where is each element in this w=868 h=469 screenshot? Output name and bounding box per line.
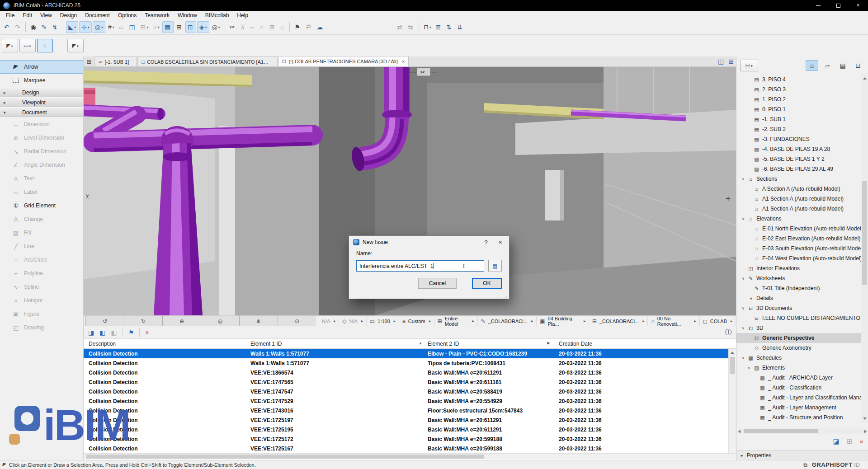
panel-toolbar-button[interactable] bbox=[139, 328, 140, 337]
transfer-settings-button[interactable]: ↯ bbox=[50, 21, 60, 33]
column-header-element2[interactable]: Element 2 ID bbox=[426, 341, 544, 347]
maximize-button[interactable] bbox=[828, 0, 848, 11]
view-tab[interactable]: ◻ (!) COLAB PENETRACIONES CAMARA [3D / A… bbox=[278, 56, 409, 66]
tree-item-story[interactable]: 1. PISO 2 bbox=[736, 94, 861, 104]
tree-item-schedule[interactable]: _ Audit - ARCHICAD Layer bbox=[736, 373, 861, 383]
send-changes-button[interactable]: ⇄ bbox=[395, 21, 405, 33]
resize-button[interactable]: ⊞ bbox=[268, 21, 278, 33]
menu-item[interactable]: Document bbox=[81, 11, 114, 19]
tree-item-elevation[interactable]: E-02 East Elevation (Auto-rebuild Model) bbox=[736, 234, 861, 244]
delete-viewpoint-button[interactable]: × bbox=[859, 438, 863, 446]
toolbox-item-arrow[interactable]: Arrow bbox=[0, 60, 83, 74]
orbit-button[interactable]: ◎ bbox=[201, 316, 239, 327]
table-row[interactable]: Collision Detection Walls 1:Walls 1:5710… bbox=[84, 358, 736, 368]
virtual-trace-dropdown[interactable]: ⊟▾ bbox=[139, 21, 151, 33]
adjust-button[interactable]: ⊼ bbox=[238, 21, 247, 33]
table-row[interactable]: Collision Detection VEE:VE:1725197 Basic… bbox=[84, 415, 736, 425]
selection-mode-button[interactable]: ◤▸ bbox=[2, 39, 18, 52]
zoom-in-button[interactable]: ⊕ bbox=[162, 316, 201, 327]
visualization-dropdown[interactable]: ◈▾ bbox=[197, 21, 209, 33]
tree-item-schedule[interactable]: _ Audit - Structure and Position bbox=[736, 413, 861, 422]
isolate-elements-button[interactable]: ◧ bbox=[111, 329, 117, 336]
tree-item-3d-document[interactable]: I.ELE NO CUMPLE DISTANCIAMIENTO (Auto bbox=[736, 313, 861, 323]
minimize-button[interactable] bbox=[808, 0, 828, 11]
view-tab[interactable]: □ COLAB ESCALERILLA SIN DISTANCIAMIENTO … bbox=[137, 56, 278, 66]
renovation-status-option[interactable]: ⌂ 00 No Renovati... ▸ bbox=[648, 316, 699, 326]
menu-item[interactable]: BIMcollab bbox=[201, 11, 233, 19]
tree-item-elevation[interactable]: E-01 North Elevation (Auto-rebuild Model… bbox=[736, 224, 861, 234]
update-button[interactable]: ⇊ bbox=[455, 21, 465, 33]
menu-item[interactable]: Help bbox=[233, 11, 252, 19]
dimension-guides-dropdown[interactable]: ⊹▾ bbox=[79, 21, 92, 33]
table-row[interactable]: Collision Detection VEE:VE:1747529 Basic… bbox=[84, 396, 736, 406]
tree-item-story[interactable]: 0. PISO 1 bbox=[736, 104, 861, 114]
toolbox-item-change[interactable]: Change bbox=[0, 212, 83, 226]
menu-item[interactable]: View bbox=[36, 11, 56, 19]
layer-combination-option[interactable]: ≡ Custom ▸ bbox=[399, 316, 434, 326]
pick-up-parameters-button[interactable]: ◉ bbox=[28, 21, 38, 33]
toolbox-item-hotspot[interactable]: Hotspot bbox=[0, 294, 83, 307]
table-row[interactable]: Collision Detection VEE:VE:1725172 Basic… bbox=[84, 434, 736, 444]
toolbox-item-arc-circle[interactable]: Arc/Circle bbox=[0, 253, 83, 267]
table-row[interactable]: Collision Detection Walls 1:Walls 1:5710… bbox=[84, 349, 736, 358]
library-dropdown[interactable]: ⊓▾ bbox=[422, 21, 433, 33]
tree-item-story[interactable]: 3. PISO 4 bbox=[736, 75, 861, 84]
dialog-title-bar[interactable]: New Issue ? × bbox=[349, 236, 509, 249]
undo-button[interactable]: ↶ bbox=[2, 21, 12, 33]
properties-section-bar[interactable]: ▸ Properties bbox=[736, 450, 868, 460]
panel-toolbar-button[interactable] bbox=[123, 328, 123, 337]
project-map-button[interactable]: ⌂ bbox=[806, 60, 818, 71]
toolbar-button[interactable] bbox=[25, 22, 26, 32]
toolbox-item-level-dimension[interactable]: Level Dimension bbox=[0, 131, 83, 145]
arrow-tool-button[interactable]: ◤▸ bbox=[67, 39, 84, 52]
marquee-options-button[interactable]: ⊡ bbox=[185, 21, 196, 33]
renovation-filter-option[interactable]: ◇ N/A ▸ bbox=[339, 316, 367, 326]
ok-button[interactable]: OK bbox=[472, 278, 502, 289]
tree-item-story[interactable]: -1. SUB 1 bbox=[736, 114, 861, 124]
toolbox-item-figure[interactable]: Figure bbox=[0, 307, 83, 321]
tab-close-button[interactable]: × bbox=[402, 59, 405, 64]
toolbox-item-radial-dimension[interactable]: Radial Dimension bbox=[0, 145, 83, 158]
tree-item-schedule[interactable]: _ Audit - Layer Management bbox=[736, 403, 861, 413]
tree-group-elements[interactable]: ∨ Elements bbox=[736, 363, 861, 373]
tree-item-schedule[interactable]: _ Audit - Layer and Classification Manag… bbox=[736, 393, 861, 403]
tree-horizontal-scrollbar[interactable] bbox=[737, 428, 868, 434]
element-transfer-button[interactable]: ≣ bbox=[434, 21, 444, 33]
menu-item[interactable]: Teamwork bbox=[141, 11, 174, 19]
lasso-mode-button[interactable]: ◌ bbox=[37, 39, 53, 52]
floor-plan-cut-plane[interactable]: N/A ▸ bbox=[316, 316, 339, 326]
guide-lines-button[interactable]: ▱ bbox=[117, 21, 127, 33]
scale-option[interactable]: ▭ 1:100 ▸ bbox=[367, 316, 399, 326]
tree-group-interior-elevations[interactable]: Interior Elevations bbox=[736, 263, 861, 273]
view-tab[interactable]: ▱ [-1. SUB 1] bbox=[94, 56, 137, 66]
zoom-selection-button[interactable]: ⊙ bbox=[278, 316, 316, 327]
menu-item[interactable]: File bbox=[2, 11, 19, 19]
tree-group-worksheets[interactable]: ∨ Worksheets bbox=[736, 273, 861, 283]
reload-button[interactable]: ⇅ bbox=[444, 21, 454, 33]
toolbox-item-spline[interactable]: Spline bbox=[0, 280, 83, 294]
table-row[interactable]: Collision Detection VEE:VE:1725167 Basic… bbox=[84, 444, 736, 453]
menu-item[interactable]: Options bbox=[114, 11, 141, 19]
tree-item-story[interactable]: -4. BASE DE PILAS 19 A 28 bbox=[736, 144, 861, 154]
toolbox-item-drawing[interactable]: Drawing bbox=[0, 321, 83, 334]
split-button[interactable]: ✂ bbox=[228, 21, 238, 33]
table-row[interactable]: Collision Detection VEE:VE:1725195 Basic… bbox=[84, 425, 736, 434]
quick-options-grid-icon[interactable]: ⊞ bbox=[84, 56, 94, 66]
pop-up-navigator-button[interactable]: ⊟▸ bbox=[740, 60, 758, 71]
marquee-mode-button[interactable]: ▭▸ bbox=[19, 39, 36, 52]
toolbox-group-viewpoint[interactable]: ▸ Viewpoint bbox=[0, 98, 83, 107]
view-forward-button[interactable]: ↻ bbox=[124, 316, 162, 327]
table-row[interactable]: Collision Detection VEE:VE:1747565 Basic… bbox=[84, 377, 736, 387]
tree-group-elevations[interactable]: ∨ Elevations bbox=[736, 214, 861, 224]
quick-layout-button[interactable]: ⊞ bbox=[726, 57, 736, 66]
redo-button[interactable]: ↷ bbox=[13, 21, 23, 33]
tree-item-worksheet[interactable]: T-01 Title (Independent) bbox=[736, 283, 861, 293]
new-issue-button[interactable]: ⚑ bbox=[128, 329, 134, 336]
info-icon[interactable]: ⓘ bbox=[725, 328, 731, 337]
layout-book-button[interactable]: ▤ bbox=[836, 60, 849, 71]
view-back-button[interactable]: ↺ bbox=[85, 316, 124, 327]
profile-dropdown[interactable]: ○▾ bbox=[151, 21, 161, 33]
table-row[interactable]: Collision Detection VEE:VE:1743016 Floor… bbox=[84, 406, 736, 415]
toolbar-button[interactable] bbox=[326, 21, 394, 33]
tree-item-section[interactable]: A Section A (Auto-rebuild Model) bbox=[736, 184, 861, 194]
